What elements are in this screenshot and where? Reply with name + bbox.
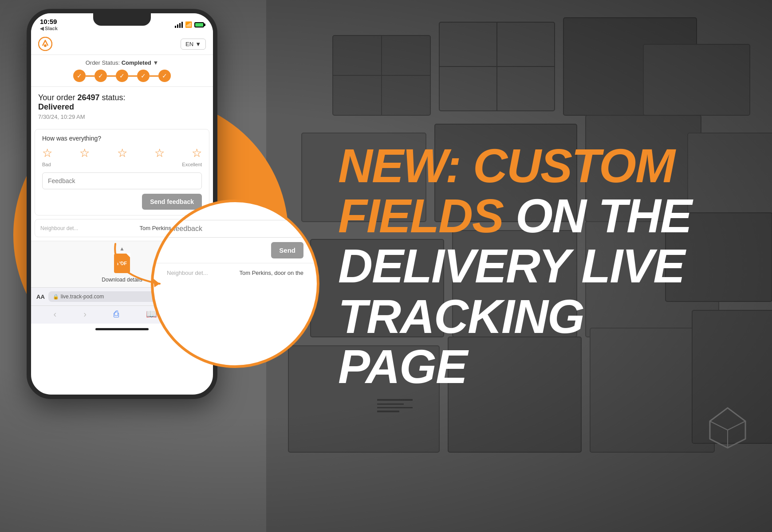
headline: NEW: CUSTOM FIELDS ON THE DELIVERY LIVE … — [338, 141, 691, 392]
star-4[interactable]: ☆ — [154, 146, 165, 160]
back-app-label: ◀ Slack — [40, 26, 58, 31]
magnify-feedback-area: Send — [154, 220, 317, 258]
browser-url: live.track-pod.com — [61, 293, 104, 300]
headline-tracking: TRACKING — [338, 291, 691, 341]
language-label: EN — [185, 41, 193, 47]
headline-line1: NEW: CUSTOM — [338, 141, 691, 191]
headline-delivery: DELIVERY LIVE — [338, 241, 691, 291]
status-bar-right: 📶 — [175, 21, 204, 28]
app-header: EN ▼ — [31, 33, 213, 55]
custom-field-label: Neighbour det... — [40, 225, 78, 231]
order-status-text: Order Status: Completed ▼ — [38, 59, 206, 66]
progress-dot-2: ✓ — [95, 70, 107, 82]
browser-aa-button[interactable]: AA — [36, 293, 45, 300]
curved-arrow — [102, 239, 173, 293]
progress-indicator: ✓ ✓ ✓ ✓ ✓ — [38, 70, 206, 82]
nav-share-button[interactable]: ⎙ — [114, 309, 119, 319]
rating-question: How was everything? — [42, 135, 202, 142]
order-status-value: Completed — [122, 59, 151, 66]
order-info-section: Your order 26497 status: Delivered 7/30/… — [31, 87, 213, 129]
rating-section: How was everything? ☆ ☆ ☆ ☆ ☆ Bad Excell… — [35, 129, 209, 215]
progress-dot-3: ✓ — [116, 70, 128, 82]
headline-page: PAGE — [338, 341, 691, 391]
order-title: Your order 26497 status: Delivered — [38, 93, 206, 112]
star-3[interactable]: ☆ — [117, 146, 127, 160]
star-label-bad: Bad — [42, 162, 51, 167]
progress-dot-1: ✓ — [73, 70, 86, 82]
headline-fields: FIELDS — [338, 189, 503, 243]
magnify-circle: Send Neighbour det... Tom Perkins, door … — [151, 200, 319, 368]
trackpod-logo — [38, 37, 52, 51]
send-feedback-button[interactable]: Send feedback — [142, 194, 202, 210]
status-bar-left: 10:59 ◀ Slack — [40, 18, 58, 31]
order-status-bar: Order Status: Completed ▼ ✓ ✓ ✓ ✓ ✓ — [31, 55, 213, 87]
wifi-icon: 📶 — [185, 21, 192, 28]
nav-back-button[interactable]: ‹ — [54, 309, 57, 319]
magnify-fields-row: Neighbour det... Tom Perkins, door on th… — [154, 263, 317, 282]
language-selector[interactable]: EN ▼ — [181, 39, 206, 50]
delivery-status: Delivered — [38, 102, 74, 111]
time-display: 10:59 — [40, 18, 58, 26]
feedback-input[interactable] — [42, 172, 202, 189]
nav-forward-button[interactable]: › — [83, 309, 87, 319]
star-label-excellent: Excellent — [182, 162, 202, 167]
star-1[interactable]: ☆ — [42, 146, 52, 160]
lock-icon: 🔒 — [53, 294, 59, 300]
right-side: NEW: CUSTOM FIELDS ON THE DELIVERY LIVE … — [257, 0, 772, 532]
svg-point-31 — [44, 44, 47, 47]
language-dropdown-icon: ▼ — [195, 41, 201, 47]
order-number: 26497 — [77, 93, 99, 102]
order-date: 7/30/24, 10:29 AM — [38, 113, 206, 120]
battery-icon — [194, 22, 204, 27]
phone-notch — [93, 13, 151, 26]
stars-row[interactable]: ☆ ☆ ☆ ☆ ☆ — [42, 146, 202, 160]
magnify-feedback-input[interactable] — [167, 220, 303, 238]
stars-labels: Bad Excellent — [42, 162, 202, 167]
signal-icon — [175, 22, 183, 28]
progress-dot-5: ✓ — [158, 70, 171, 82]
star-2[interactable]: ☆ — [79, 146, 90, 160]
magnify-field-value: Tom Perkins, door on the — [239, 270, 303, 276]
headline-on-the: ON THE — [503, 189, 691, 243]
status-dropdown-icon[interactable]: ▼ — [153, 59, 158, 66]
svg-point-30 — [39, 37, 52, 51]
magnify-send-button[interactable]: Send — [271, 242, 303, 258]
progress-dot-4: ✓ — [137, 70, 150, 82]
star-5[interactable]: ☆ — [192, 146, 202, 160]
